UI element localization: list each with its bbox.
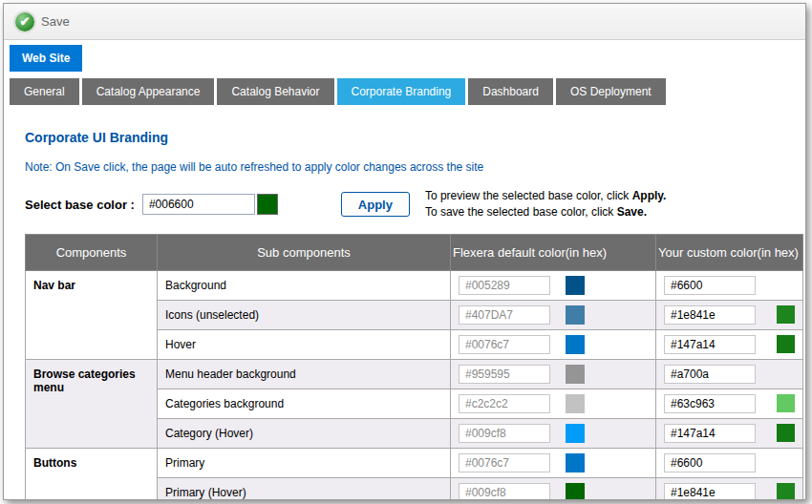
base-color-input[interactable]: [142, 194, 255, 215]
base-color-swatch: [257, 194, 278, 215]
tab-web-site[interactable]: Web Site: [10, 45, 82, 72]
default-color-cell: #959595: [451, 359, 656, 388]
col-header-sub-components: Sub components: [158, 234, 451, 270]
save-button-label: Save: [41, 14, 70, 29]
save-button[interactable]: ✔ Save: [15, 12, 70, 32]
toolbar: ✔ Save: [4, 4, 805, 40]
custom-color-cell: #a700a: [656, 359, 803, 388]
default-color-swatch: [566, 305, 585, 325]
default-color-cell: #c2c2c2: [451, 388, 656, 418]
base-color-label: Select base color :: [25, 198, 135, 212]
custom-color-swatch: [777, 394, 795, 412]
custom-color-cell: #63c963: [656, 388, 803, 418]
default-color-swatch: [566, 483, 585, 500]
sub-component-cell: Menu header background: [158, 359, 451, 388]
default-color-swatch: [566, 394, 585, 413]
hint-text: To preview the selected base color, clic…: [425, 188, 667, 221]
default-hex-box: #0076c7: [459, 453, 550, 472]
app-window: ✔ Save Web Site General Catalog Appearan…: [3, 3, 806, 500]
default-color-cell: #009cf8: [451, 477, 656, 500]
component-cell: Nav bar: [26, 270, 158, 359]
default-hex-box: #005289: [459, 276, 550, 295]
default-hex-box: #0076c7: [459, 335, 550, 354]
tab-strip: General Catalog Appearance Catalog Behav…: [10, 78, 805, 105]
custom-color-cell: #6600: [656, 270, 803, 300]
custom-hex-input[interactable]: #1e841e: [664, 305, 756, 325]
default-hex-box: #009cf8: [459, 483, 550, 500]
branding-table: Components Sub components Flexera defaul…: [25, 234, 803, 500]
sub-component-cell: Categories background: [158, 388, 451, 418]
default-hex-box: #407DA7: [459, 305, 550, 325]
tab-content: Corporate UI Branding Note: On Save clic…: [4, 130, 805, 500]
custom-hex-input[interactable]: #6600: [664, 453, 756, 472]
default-color-cell: #0076c7: [451, 329, 656, 359]
refresh-note: Note: On Save click, the page will be au…: [25, 160, 792, 174]
tab-dashboard[interactable]: Dashboard: [468, 78, 553, 105]
table-row: Buttons Primary #0076c7 #6600: [26, 448, 803, 477]
custom-color-cell: #6600: [656, 448, 803, 477]
default-color-swatch: [566, 335, 585, 354]
sub-component-cell: Primary (Hover): [158, 477, 451, 500]
sub-component-cell: Background: [158, 270, 451, 300]
default-color-cell: #407DA7: [451, 300, 656, 329]
component-cell: Browse categories menu: [26, 359, 158, 448]
custom-color-cell: #147a14: [656, 329, 803, 359]
col-header-default-color: Flexera default color(in hex): [451, 234, 656, 270]
custom-color-swatch: [777, 305, 795, 324]
col-header-custom-color: Your custom color(in hex): [656, 234, 803, 270]
tab-corporate-branding[interactable]: Corporate Branding: [337, 78, 466, 105]
page-title: Corporate UI Branding: [25, 130, 792, 145]
default-color-cell: #009cf8: [451, 418, 656, 448]
tab-catalog-behavior[interactable]: Catalog Behavior: [217, 78, 333, 105]
sub-component-cell: Hover: [158, 329, 451, 359]
tab-general[interactable]: General: [10, 78, 79, 105]
custom-color-cell: #147a14: [656, 418, 803, 448]
default-color-cell: #0076c7: [451, 448, 656, 477]
custom-hex-input[interactable]: #a700a: [664, 365, 756, 384]
hint-line-2: To save the selected base color, click S…: [425, 204, 667, 220]
base-color-row: Select base color : Apply To preview the…: [25, 188, 792, 221]
custom-color-swatch: [777, 335, 795, 353]
custom-color-cell: #1e841e: [656, 477, 803, 500]
default-color-cell: #005289: [451, 270, 656, 300]
default-color-swatch: [566, 365, 585, 384]
default-hex-box: #c2c2c2: [459, 394, 550, 413]
table-row: Nav bar Background #005289 #6600: [26, 270, 803, 300]
custom-color-cell: #1e841e: [656, 300, 803, 329]
table-header-row: Components Sub components Flexera defaul…: [26, 234, 803, 270]
custom-color-swatch: [777, 483, 795, 500]
default-color-swatch: [566, 424, 585, 443]
sub-component-cell: Primary: [158, 448, 451, 477]
default-hex-box: #009cf8: [459, 424, 550, 443]
default-color-swatch: [566, 453, 585, 472]
sub-component-cell: Icons (unselected): [158, 300, 451, 329]
custom-hex-input[interactable]: #6600: [664, 276, 756, 295]
component-cell: Buttons: [26, 448, 158, 500]
custom-color-swatch: [777, 424, 795, 442]
save-check-icon: ✔: [15, 12, 34, 32]
custom-hex-input[interactable]: #63c963: [664, 394, 756, 413]
table-row: Browse categories menu Menu header backg…: [26, 359, 803, 388]
default-color-swatch: [566, 276, 585, 295]
custom-hex-input[interactable]: #147a14: [664, 335, 756, 354]
custom-hex-input[interactable]: #147a14: [664, 424, 756, 443]
hint-line-1: To preview the selected base color, clic…: [425, 188, 667, 204]
sub-component-cell: Category (Hover): [158, 418, 451, 448]
default-hex-box: #959595: [459, 365, 550, 384]
apply-button[interactable]: Apply: [341, 192, 410, 217]
custom-hex-input[interactable]: #1e841e: [664, 483, 756, 500]
col-header-components: Components: [26, 234, 158, 270]
tab-catalog-appearance[interactable]: Catalog Appearance: [82, 78, 215, 105]
tab-os-deployment[interactable]: OS Deployment: [556, 78, 666, 105]
